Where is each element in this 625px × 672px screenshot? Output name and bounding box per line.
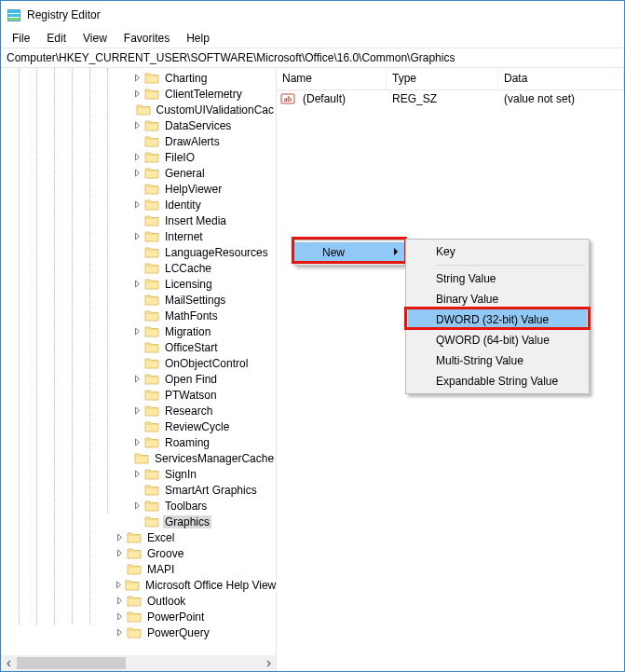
- menu-file[interactable]: File: [5, 30, 37, 47]
- list-row[interactable]: ab (Default) REG_SZ (value not set): [277, 90, 624, 107]
- expand-icon[interactable]: [132, 405, 143, 416]
- tree-item[interactable]: HelpViewer: [1, 181, 276, 197]
- tree-item-label: CustomUIValidationCac: [155, 103, 277, 117]
- tree-item-label: MathFonts: [163, 309, 220, 322]
- tree-item[interactable]: ClientTelemetry: [1, 86, 276, 102]
- tree-item[interactable]: Graphics: [1, 514, 276, 529]
- tree-item[interactable]: General: [1, 165, 276, 181]
- tree-item[interactable]: Outlook: [1, 593, 276, 609]
- folder-icon: [144, 71, 159, 86]
- expand-icon[interactable]: [115, 548, 125, 558]
- expand-icon[interactable]: [132, 437, 143, 447]
- tree-item[interactable]: MailSettings: [1, 292, 276, 308]
- tree-item[interactable]: FileIO: [1, 149, 276, 165]
- tree-item[interactable]: Research: [1, 403, 276, 418]
- submenu-item-binary[interactable]: Binary Value: [408, 289, 587, 309]
- column-header-data[interactable]: Data: [498, 68, 624, 89]
- tree-item[interactable]: ReviewCycle: [1, 418, 276, 434]
- tree-pane[interactable]: ChartingClientTelemetryCustomUIValidatio…: [1, 68, 277, 671]
- tree-item[interactable]: PowerPoint: [1, 609, 276, 624]
- tree-item[interactable]: ServicesManagerCache: [1, 450, 276, 466]
- tree-item[interactable]: CustomUIValidationCac: [1, 102, 276, 117]
- context-item-label: New: [322, 246, 345, 259]
- column-header-name[interactable]: Name: [277, 68, 387, 89]
- expand-icon[interactable]: [132, 231, 143, 241]
- scroll-left-button[interactable]: [1, 655, 17, 671]
- scroll-thumb[interactable]: [17, 657, 126, 669]
- context-item-new[interactable]: New: [294, 242, 404, 263]
- column-header-type[interactable]: Type: [387, 68, 498, 89]
- menu-view[interactable]: View: [75, 30, 115, 47]
- menu-edit[interactable]: Edit: [39, 30, 74, 47]
- submenu-item-multi[interactable]: Multi-String Value: [408, 350, 587, 371]
- folder-icon: [144, 166, 159, 181]
- tree-item-label: ClientTelemetry: [163, 88, 244, 101]
- tree-item[interactable]: Insert Media: [1, 213, 276, 228]
- menu-favorites[interactable]: Favorites: [116, 30, 177, 47]
- tree-item[interactable]: OnObjectControl: [1, 355, 276, 371]
- tree-horizontal-scrollbar[interactable]: [1, 655, 276, 671]
- tree-item[interactable]: Toolbars: [1, 498, 276, 514]
- expand-icon[interactable]: [115, 611, 125, 622]
- expand-icon[interactable]: [132, 152, 143, 162]
- tree-item[interactable]: Excel: [1, 529, 276, 545]
- tree-item[interactable]: PowerQuery: [1, 624, 276, 640]
- tree-item[interactable]: Open Find: [1, 371, 276, 387]
- expand-icon[interactable]: [132, 279, 143, 289]
- expand-icon[interactable]: [115, 596, 125, 606]
- tree-item[interactable]: SignIn: [1, 466, 276, 482]
- expand-icon[interactable]: [132, 89, 143, 99]
- folder-icon: [127, 530, 142, 545]
- context-submenu-new: Key String Value Binary Value DWORD (32-…: [405, 239, 590, 394]
- tree-item[interactable]: Groove: [1, 545, 276, 561]
- tree-item[interactable]: Microsoft Office Help View: [1, 577, 276, 593]
- folder-icon: [144, 483, 159, 498]
- folder-icon: [144, 261, 159, 276]
- folder-icon: [144, 419, 159, 434]
- expand-icon[interactable]: [132, 469, 143, 479]
- tree-item[interactable]: MAPI: [1, 561, 276, 577]
- expand-icon[interactable]: [132, 501, 143, 511]
- expand-spacer: [132, 136, 143, 146]
- tree-item[interactable]: Licensing: [1, 276, 276, 292]
- expand-spacer: [115, 564, 125, 574]
- folder-icon: [144, 87, 159, 102]
- submenu-item-key[interactable]: Key: [408, 241, 587, 262]
- tree-item[interactable]: Identity: [1, 197, 276, 213]
- expand-icon[interactable]: [132, 168, 143, 178]
- tree-item[interactable]: Charting: [1, 70, 276, 86]
- expand-icon[interactable]: [115, 580, 123, 590]
- tree-item[interactable]: SmartArt Graphics: [1, 482, 276, 498]
- list-pane[interactable]: Name Type Data ab (Default) REG_SZ (valu…: [277, 68, 624, 671]
- tree-item[interactable]: PTWatson: [1, 387, 276, 403]
- menu-help[interactable]: Help: [179, 30, 217, 47]
- submenu-item-qword[interactable]: QWORD (64-bit) Value: [408, 330, 587, 350]
- tree-item-label: PTWatson: [163, 389, 219, 402]
- tree-item[interactable]: DataServices: [1, 117, 276, 133]
- folder-icon: [144, 150, 159, 165]
- tree-item[interactable]: OfficeStart: [1, 339, 276, 355]
- expand-icon[interactable]: [132, 199, 143, 210]
- expand-icon[interactable]: [132, 73, 143, 83]
- tree-item[interactable]: MathFonts: [1, 308, 276, 323]
- submenu-item-dword[interactable]: DWORD (32-bit) Value: [408, 309, 587, 330]
- tree-item[interactable]: Roaming: [1, 434, 276, 450]
- submenu-item-string[interactable]: String Value: [408, 268, 587, 289]
- expand-icon[interactable]: [132, 374, 143, 384]
- submenu-item-expand[interactable]: Expandable String Value: [408, 371, 587, 391]
- tree-item[interactable]: Migration: [1, 323, 276, 339]
- expand-icon[interactable]: [132, 120, 143, 130]
- tree-item[interactable]: LCCache: [1, 260, 276, 276]
- tree-item-label: HelpViewer: [163, 183, 224, 196]
- scroll-right-button[interactable]: [260, 655, 276, 671]
- addressbar[interactable]: Computer\HKEY_CURRENT_USER\SOFTWARE\Micr…: [1, 48, 624, 68]
- tree-item[interactable]: LanguageResources: [1, 244, 276, 260]
- tree-item[interactable]: DrawAlerts: [1, 133, 276, 149]
- svg-rect-1: [8, 14, 20, 17]
- expand-icon[interactable]: [115, 627, 125, 638]
- svg-rect-0: [8, 10, 20, 13]
- tree-item[interactable]: Internet: [1, 228, 276, 244]
- scroll-track[interactable]: [17, 655, 260, 671]
- expand-icon[interactable]: [132, 326, 143, 336]
- expand-icon[interactable]: [115, 532, 125, 542]
